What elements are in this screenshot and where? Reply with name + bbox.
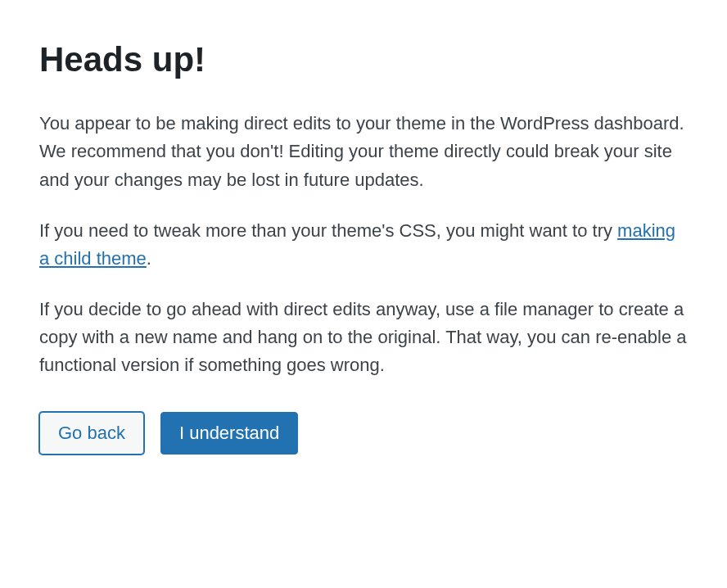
paragraph2-text-after: . [147,248,151,269]
button-row: Go back I understand [39,412,688,455]
warning-paragraph-2: If you need to tweak more than your them… [39,217,688,273]
paragraph2-text-before: If you need to tweak more than your them… [39,220,617,241]
warning-paragraph-1: You appear to be making direct edits to … [39,110,688,193]
go-back-button[interactable]: Go back [39,412,144,455]
warning-paragraph-3: If you decide to go ahead with direct ed… [39,296,688,379]
modal-title: Heads up! [39,39,688,80]
warning-modal: Heads up! You appear to be making direct… [39,39,688,455]
i-understand-button[interactable]: I understand [160,412,298,455]
